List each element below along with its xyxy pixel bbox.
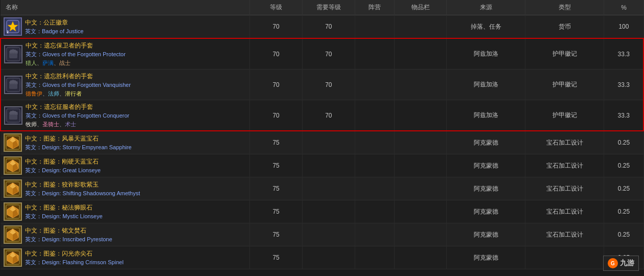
col-header-name: 名称 [1, 0, 250, 15]
item-req-level [302, 200, 355, 223]
gloves-icon [4, 76, 22, 94]
item-faction [355, 70, 394, 100]
col-header-source: 来源 [447, 0, 525, 15]
item-pct: 0.25 [604, 154, 643, 177]
svg-rect-21 [12, 110, 14, 115]
item-name-cell: 中文：图鉴：风暴天蓝宝石 英文：Design: Stormy Empyrean … [1, 131, 250, 154]
item-cn-name: 中文：遗忘保卫者的手套 [26, 41, 126, 50]
item-name-cell: 中文：图鉴：铭文焚石 英文：Design: Inscribed Pyreston… [1, 223, 250, 246]
item-type: 护甲徽记 [525, 70, 604, 100]
item-req-level: 70 [302, 38, 355, 70]
gem-icon [4, 225, 22, 244]
item-slot [394, 223, 447, 246]
item-type: 护甲徽记 [525, 38, 604, 70]
item-cell-content: 2 中文：公正徽章 英文：Badge of Justice [1, 15, 249, 38]
svg-rect-9 [16, 51, 18, 54]
table-row[interactable]: 中文：图鉴：铭文焚石 英文：Design: Inscribed Pyreston… [1, 223, 643, 246]
item-faction [355, 100, 394, 131]
item-slot [394, 38, 447, 70]
svg-rect-20 [10, 111, 12, 115]
item-en-name: 英文：Design: Inscribed Pyrestone [25, 235, 112, 244]
item-type: 宝石加工设计 [525, 200, 604, 223]
item-level: 75 [250, 131, 303, 154]
col-header-pct: % [604, 0, 643, 15]
item-slot [394, 154, 447, 177]
item-slot [394, 246, 447, 269]
table-row[interactable]: 2 中文：公正徽章 英文：Badge of Justice 70 70 掉落、任… [1, 15, 643, 39]
item-pct: 100 [604, 15, 643, 39]
item-name-cell: 中文：图鉴：秘法狮眼石 英文：Design: Mystic Lionseye [1, 200, 250, 223]
item-cn-name: 中文：遗忘征服者的手套 [26, 102, 129, 111]
item-source: 阿克蒙德 [447, 223, 525, 246]
item-en-name: 英文：Gloves of the Forgotten Conqueror [26, 111, 129, 120]
item-pct: 0.25 [604, 131, 643, 154]
gloves-icon [4, 45, 22, 63]
item-cell-content: 中文：图鉴：刚硬天蓝宝石 英文：Design: Great Lionseye [1, 154, 249, 177]
item-text-block: 中文：遗忘胜利者的手套 英文：Gloves of the Forgotten V… [26, 72, 131, 98]
item-text-block: 中文：图鉴：闪光赤尖石 英文：Design: Flashing Crimson … [25, 249, 124, 267]
table-body: 2 中文：公正徽章 英文：Badge of Justice 70 70 掉落、任… [1, 15, 643, 269]
item-type: 货币 [525, 15, 604, 39]
item-cn-name: 中文：图鉴：铭文焚石 [25, 226, 112, 235]
svg-rect-23 [16, 112, 18, 115]
item-name-cell: 中文：遗忘保卫者的手套 英文：Gloves of the Forgotten P… [1, 38, 250, 70]
item-text-block: 中文：图鉴：秘法狮眼石 英文：Design: Mystic Lionseye [25, 203, 103, 221]
item-type: 护甲徽记 [525, 100, 604, 131]
item-slot [394, 131, 447, 154]
item-slot [394, 15, 447, 39]
item-text-block: 中文：遗忘征服者的手套 英文：Gloves of the Forgotten C… [26, 102, 129, 128]
item-faction [355, 177, 394, 200]
item-cn-name: 中文：遗忘胜利者的手套 [26, 72, 131, 81]
item-slot [394, 177, 447, 200]
table-row[interactable]: 中文：图鉴：秘法狮眼石 英文：Design: Mystic Lionseye 7… [1, 200, 643, 223]
item-cell-content: 中文：图鉴：铭文焚石 英文：Design: Inscribed Pyreston… [1, 223, 249, 246]
col-header-level: 等级 [250, 0, 303, 15]
item-level: 70 [250, 100, 303, 131]
item-level: 75 [250, 246, 303, 269]
gem-icon [4, 179, 22, 198]
item-en-name: 英文：Design: Great Lionseye [25, 166, 101, 175]
item-source: 阿兹加洛 [447, 70, 525, 100]
item-text-block: 中文：遗忘保卫者的手套 英文：Gloves of the Forgotten P… [26, 41, 126, 67]
item-level: 70 [250, 15, 303, 39]
svg-rect-22 [14, 111, 16, 115]
watermark-text: 九游 [620, 259, 634, 268]
item-slot [394, 70, 447, 100]
item-req-level [302, 131, 355, 154]
table-row[interactable]: 中文：图鉴：闪光赤尖石 英文：Design: Flashing Crimson … [1, 246, 643, 269]
item-faction [355, 200, 394, 223]
item-classes: 牧师、圣骑士、术士 [26, 120, 129, 129]
item-cell-content: 中文：图鉴：闪光赤尖石 英文：Design: Flashing Crimson … [1, 246, 249, 269]
svg-rect-15 [14, 80, 16, 84]
item-source: 阿兹加洛 [447, 100, 525, 131]
svg-text:2: 2 [7, 30, 9, 34]
item-cn-name: 中文：图鉴：刚硬天蓝宝石 [25, 157, 101, 166]
item-cell-content: 中文：图鉴：风暴天蓝宝石 英文：Design: Stormy Empyrean … [1, 131, 249, 154]
item-faction [355, 154, 394, 177]
col-header-type: 类型 [525, 0, 604, 15]
item-pct: 33.3 [604, 100, 643, 131]
item-en-name: 英文：Gloves of the Forgotten Vanquisher [26, 81, 131, 89]
table-row[interactable]: 中文：遗忘保卫者的手套 英文：Gloves of the Forgotten P… [1, 38, 643, 70]
table-row[interactable]: 中文：图鉴：刚硬天蓝宝石 英文：Design: Great Lionseye 7… [1, 154, 643, 177]
watermark-logo: G [608, 258, 618, 268]
item-source: 阿兹加洛 [447, 38, 525, 70]
item-type: 宝石加工设计 [525, 223, 604, 246]
item-level: 75 [250, 177, 303, 200]
item-cell-content: 中文：遗忘征服者的手套 英文：Gloves of the Forgotten C… [1, 100, 249, 130]
item-name-cell: 中文：图鉴：刚硬天蓝宝石 英文：Design: Great Lionseye [1, 154, 250, 177]
item-pct: 0.25 [604, 200, 643, 223]
table-row[interactable]: 中文：图鉴：狡诈影歌紫玉 英文：Design: Shifting Shadows… [1, 177, 643, 200]
item-cell-content: 中文：图鉴：狡诈影歌紫玉 英文：Design: Shifting Shadows… [1, 177, 249, 200]
table-row[interactable]: 中文：遗忘胜利者的手套 英文：Gloves of the Forgotten V… [1, 70, 643, 100]
table-row[interactable]: 中文：遗忘征服者的手套 英文：Gloves of the Forgotten C… [1, 100, 643, 131]
badge-icon: 2 [4, 17, 22, 36]
item-level: 70 [250, 70, 303, 100]
item-faction [355, 223, 394, 246]
item-en-name: 英文：Badge of Justice [25, 27, 83, 36]
table-row[interactable]: 中文：图鉴：风暴天蓝宝石 英文：Design: Stormy Empyrean … [1, 131, 643, 154]
item-pct: 33.3 [604, 70, 643, 100]
item-req-level [302, 177, 355, 200]
gem-icon [4, 156, 22, 175]
item-en-name: 英文：Design: Mystic Lionseye [25, 212, 103, 221]
